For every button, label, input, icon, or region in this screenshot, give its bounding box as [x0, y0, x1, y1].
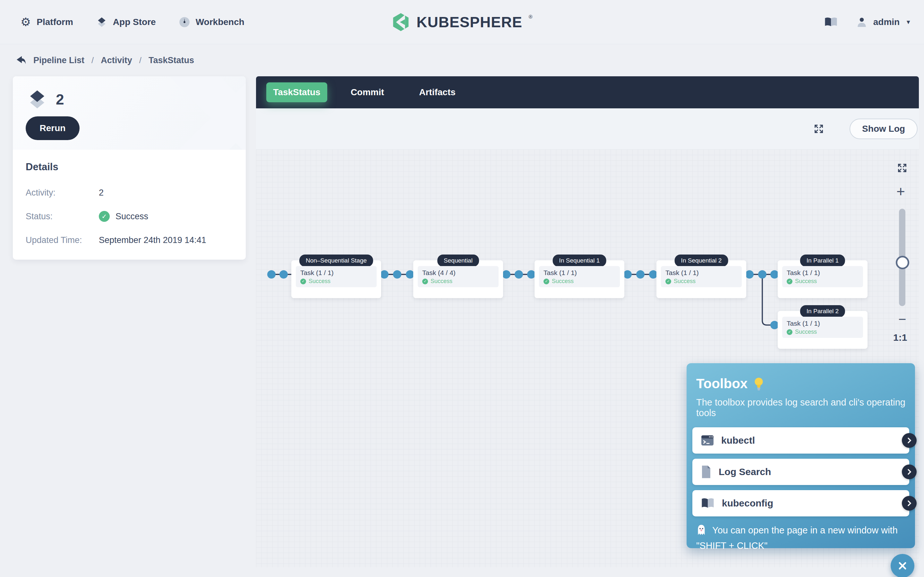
run-details-section: Details Activity: 2 Status: ✓ Success Up…: [13, 150, 246, 246]
nav-item-platform[interactable]: ⚙ Platform: [21, 16, 73, 28]
detail-label: Updated Time:: [26, 235, 99, 245]
ghost-icon: [696, 527, 709, 537]
nav-left: ⚙ Platform App Store Workbench: [21, 0, 244, 44]
top-nav-bar: ⚙ Platform App Store Workbench: [0, 0, 924, 44]
task-item[interactable]: Task (1 / 1) ✓ Success: [782, 317, 863, 338]
show-log-button[interactable]: Show Log: [850, 119, 918, 139]
stage-card-in-sequential-2[interactable]: In Sequential 2 Task (1 / 1) ✓ Success: [656, 260, 746, 298]
details-title: Details: [26, 161, 233, 173]
zoom-out-button[interactable]: −: [898, 311, 906, 327]
chevron-right-icon[interactable]: [902, 433, 917, 448]
toolbox-subtitle: The toolbox provides log search and cli'…: [696, 397, 915, 418]
breadcrumb-pipeline-list[interactable]: Pipeline List: [33, 55, 84, 65]
graph-fullscreen-icon[interactable]: [897, 163, 907, 173]
close-icon: [897, 560, 908, 572]
toolbox-note: You can open the page in a new window wi…: [696, 524, 905, 552]
stage-label: Non–Sequential Stage: [299, 255, 373, 267]
zoom-ratio-label[interactable]: 1:1: [893, 332, 907, 343]
book-icon: [701, 498, 715, 509]
toolbox-title: Toolbox: [696, 376, 748, 392]
kubesphere-hexagon-icon: [391, 13, 410, 31]
tab-commit[interactable]: Commit: [337, 87, 398, 97]
stage-label: In Sequential 2: [675, 255, 728, 267]
logo-text: KUBESPHERE: [417, 13, 522, 31]
stage-card-sequential[interactable]: Sequential Task (4 / 4) ✓ Success: [413, 260, 503, 298]
tab-artifacts[interactable]: Artifacts: [407, 87, 468, 97]
lightbulb-icon: [753, 377, 765, 391]
toolbox-close-button[interactable]: [891, 554, 914, 577]
rerun-button[interactable]: Rerun: [26, 116, 79, 140]
logo-registered-mark: ®: [529, 14, 533, 20]
nav-item-label: Workbench: [196, 17, 244, 27]
chevron-right-icon[interactable]: [902, 496, 917, 511]
breadcrumb-taskstatus[interactable]: TaskStatus: [149, 55, 194, 65]
detail-label: Activity:: [26, 188, 99, 198]
stage-label: Sequential: [437, 255, 479, 267]
breadcrumb-separator: /: [91, 55, 94, 65]
chevron-right-icon[interactable]: [902, 464, 917, 479]
detail-value: 2: [99, 188, 103, 198]
status-text: Success: [115, 211, 148, 221]
toolbox-item-label: Log Search: [719, 466, 771, 477]
run-detail-panel: 2 Rerun Details Activity: 2 Status: ✓ Su…: [13, 76, 246, 259]
toolbox-item-label: kubeconfig: [722, 498, 773, 509]
tab-taskstatus[interactable]: TaskStatus: [266, 82, 327, 102]
terminal-icon: [701, 434, 714, 446]
stage-label: In Parallel 2: [800, 305, 845, 318]
status-badge: ✓ Success: [99, 211, 148, 222]
stage-card-in-parallel-2[interactable]: In Parallel 2 Task (1 / 1) ✓ Success: [778, 311, 867, 349]
task-item[interactable]: Task (4 / 4) ✓ Success: [418, 266, 499, 287]
nav-item-label: App Store: [113, 17, 156, 27]
graph-toolbar: Show Log: [256, 108, 919, 149]
detail-value: September 24th 2019 14:41: [99, 235, 206, 245]
nav-item-label: Platform: [37, 17, 73, 27]
nav-item-workbench[interactable]: Workbench: [179, 17, 244, 27]
task-item[interactable]: Task (1 / 1) ✓ Success: [539, 266, 620, 287]
gear-icon: ⚙: [21, 16, 31, 28]
layers-diamond-icon: [27, 89, 47, 110]
chevron-down-icon: ▼: [905, 19, 911, 26]
success-check-icon: ✓: [666, 279, 671, 284]
task-item[interactable]: Task (1 / 1) ✓ Success: [296, 266, 376, 287]
user-name: admin: [873, 17, 900, 27]
nav-item-app-store[interactable]: App Store: [96, 17, 156, 27]
task-item[interactable]: Task (1 / 1) ✓ Success: [782, 266, 863, 287]
user-avatar-icon: [856, 16, 867, 28]
task-item[interactable]: Task (1 / 1) ✓ Success: [661, 266, 742, 287]
user-menu[interactable]: admin ▼: [856, 16, 911, 28]
toolbox-item-log-search[interactable]: Log Search: [692, 459, 909, 485]
nav-right: admin ▼: [824, 0, 911, 44]
document-icon: [701, 465, 712, 479]
success-check-icon: ✓: [543, 279, 549, 284]
zoom-slider-handle[interactable]: [896, 256, 909, 269]
success-check-icon: ✓: [787, 279, 792, 284]
zoom-in-button[interactable]: +: [897, 183, 905, 200]
run-number: 2: [56, 91, 64, 108]
detail-row-updated-time: Updated Time: September 24th 2019 14:41: [26, 234, 233, 246]
stage-card-non-sequential[interactable]: Non–Sequential Stage Task (1 / 1) ✓ Succ…: [291, 260, 381, 298]
stage-label: In Parallel 1: [800, 255, 845, 267]
breadcrumb-separator: /: [139, 55, 142, 65]
detail-row-status: Status: ✓ Success: [26, 211, 233, 222]
breadcrumb-activity[interactable]: Activity: [101, 55, 132, 65]
layers-diamond-icon: [96, 17, 107, 27]
success-check-icon: ✓: [787, 329, 792, 335]
gauge-icon: [179, 17, 190, 27]
docs-book-icon[interactable]: [824, 16, 838, 28]
stage-label: In Sequential 1: [553, 255, 606, 267]
detail-label: Status:: [26, 211, 99, 221]
toolbox-item-label: kubectl: [721, 435, 755, 446]
toolbox-item-kubeconfig[interactable]: kubeconfig: [692, 490, 909, 516]
fullscreen-icon[interactable]: [814, 124, 824, 134]
stage-card-in-sequential-1[interactable]: In Sequential 1 Task (1 / 1) ✓ Success: [535, 260, 624, 298]
kubesphere-logo[interactable]: KUBESPHERE ®: [391, 0, 532, 44]
back-arrow-icon[interactable]: [15, 55, 26, 65]
run-panel-header: 2 Rerun: [13, 76, 246, 150]
page: { "nav": { "items": [ { "label": "Platfo…: [0, 0, 924, 577]
success-check-icon: ✓: [300, 279, 306, 284]
success-check-icon: ✓: [422, 279, 428, 284]
toolbox-item-kubectl[interactable]: kubectl: [692, 427, 909, 454]
toolbox-panel: Toolbox The toolbox provides log search …: [687, 363, 915, 548]
stage-card-in-parallel-1[interactable]: In Parallel 1 Task (1 / 1) ✓ Success: [778, 260, 867, 298]
success-check-icon: ✓: [99, 211, 110, 222]
